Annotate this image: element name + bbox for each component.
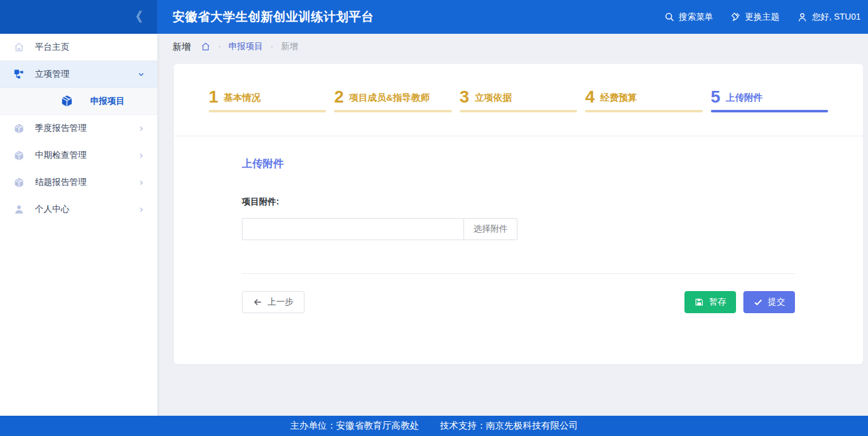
step-progress-bar (209, 110, 326, 112)
step-progress-bar (585, 110, 702, 112)
search-menu-button[interactable]: 搜索菜单 (664, 12, 713, 23)
step-number: 4 (585, 88, 595, 106)
app-title: 安徽省大学生创新创业训练计划平台 (157, 0, 374, 34)
step-2-members-teachers[interactable]: 2 项目成员&指导教师 (334, 88, 451, 136)
sidebar-item-label: 结题报告管理 (35, 177, 138, 188)
home-icon (14, 42, 25, 53)
sidebar-item-declare-project[interactable]: 申报项目 (0, 88, 157, 115)
step-label: 经费预算 (600, 92, 637, 106)
save-draft-label: 暂存 (709, 297, 726, 308)
breadcrumb: 新增 · 申报项目 · 新增 (157, 34, 868, 60)
sidebar-collapse-icon[interactable]: 《 (129, 10, 141, 24)
footer-host: 主办单位：安徽省教育厅高教处 (290, 420, 419, 432)
sidebar-header: 《 (0, 0, 157, 34)
sidebar-nav: 平台主页 立项管理 申报项目 季度报告管理 中期检查管理 结题报告管理 (0, 34, 157, 416)
change-theme-button[interactable]: 更换主题 (730, 12, 780, 23)
submit-button[interactable]: 提交 (743, 291, 795, 313)
sidebar-item-label: 个人中心 (35, 204, 138, 215)
step-number: 3 (460, 88, 470, 106)
sidebar-item-label: 申报项目 (90, 96, 145, 107)
theme-skin-icon (730, 12, 741, 22)
main-content: 新增 · 申报项目 · 新增 1 基本情况 (157, 34, 868, 416)
sidebar-item-final-report[interactable]: 结题报告管理 (0, 169, 157, 196)
save-draft-button[interactable]: 暂存 (684, 291, 736, 313)
step-3-project-basis[interactable]: 3 立项依据 (460, 88, 577, 136)
user-menu-button[interactable]: 您好, STU01 (797, 12, 861, 23)
chevron-down-icon (138, 71, 145, 78)
step-number: 2 (334, 88, 344, 106)
sidebar-item-platform-home[interactable]: 平台主页 (0, 34, 157, 61)
cube-icon (14, 123, 25, 134)
sidebar-item-project-management[interactable]: 立项管理 (0, 61, 157, 88)
chevron-right-icon (138, 179, 145, 186)
chevron-right-icon (138, 125, 145, 132)
home-icon (201, 42, 211, 52)
upload-section: 上传附件 项目附件: 选择附件 上一步 暂存 (174, 157, 863, 313)
sidebar-item-midterm-check[interactable]: 中期检查管理 (0, 142, 157, 169)
search-icon (664, 12, 675, 22)
sitemap-icon (14, 69, 25, 80)
step-4-budget[interactable]: 4 经费预算 (585, 88, 702, 136)
choose-attachment-button[interactable]: 选择附件 (463, 218, 517, 240)
actions-right: 暂存 提交 (684, 291, 795, 313)
sidebar-item-label: 中期检查管理 (35, 150, 138, 161)
user-icon (14, 204, 25, 215)
breadcrumb-separator: · (218, 42, 221, 52)
step-label: 立项依据 (475, 92, 511, 106)
breadcrumb-separator: · (270, 42, 273, 52)
breadcrumb-current: 新增 (281, 41, 298, 52)
chevron-right-icon (138, 152, 145, 159)
form-card: 1 基本情况 2 项目成员&指导教师 3 立项依据 (174, 64, 863, 364)
page-title: 新增 (172, 41, 191, 53)
search-menu-label: 搜索菜单 (679, 12, 713, 23)
step-label: 基本情况 (224, 92, 261, 106)
sidebar-item-label: 立项管理 (35, 69, 138, 80)
project-attachment-label: 项目附件: (242, 197, 795, 208)
cube-icon (14, 177, 25, 189)
step-number: 1 (209, 88, 219, 106)
section-title: 上传附件 (242, 157, 795, 171)
page-footer: 主办单位：安徽省教育厅高教处 技术支持：南京先极科技有限公司 (0, 416, 868, 436)
header-menu: 搜索菜单 更换主题 您好, STU01 (664, 0, 868, 34)
breadcrumb-home-link[interactable] (201, 42, 211, 52)
check-icon (753, 297, 763, 307)
sidebar-item-quarterly-report[interactable]: 季度报告管理 (0, 115, 157, 142)
step-progress-bar (334, 110, 451, 112)
top-header: 《 安徽省大学生创新创业训练计划平台 搜索菜单 更换主题 您好, STU01 (0, 0, 868, 34)
step-label: 上传附件 (726, 92, 762, 106)
user-icon (797, 12, 808, 23)
chevron-right-icon (138, 206, 145, 213)
previous-step-button[interactable]: 上一步 (242, 291, 304, 313)
arrow-left-icon (253, 297, 263, 307)
floppy-save-icon (694, 297, 704, 307)
sidebar-item-label: 季度报告管理 (35, 123, 138, 134)
step-label: 项目成员&指导教师 (349, 92, 430, 106)
breadcrumb-link-declare-project[interactable]: 申报项目 (228, 41, 263, 52)
step-1-basic-info[interactable]: 1 基本情况 (209, 88, 326, 136)
cube-icon (60, 95, 74, 107)
step-number: 5 (711, 88, 721, 106)
change-theme-label: 更换主题 (745, 12, 780, 23)
cube-icon (14, 150, 25, 162)
sidebar-item-personal-center[interactable]: 个人中心 (0, 196, 157, 223)
submit-label: 提交 (768, 297, 785, 308)
actions-bar: 上一步 暂存 提交 (242, 291, 795, 313)
step-progress-bar (460, 110, 577, 112)
step-wizard: 1 基本情况 2 项目成员&指导教师 3 立项依据 (174, 64, 863, 136)
footer-support: 技术支持：南京先极科技有限公司 (440, 420, 578, 432)
section-divider (242, 273, 795, 274)
user-greeting: 您好, STU01 (812, 12, 861, 23)
step-5-upload-attachments[interactable]: 5 上传附件 (711, 88, 828, 136)
previous-step-label: 上一步 (268, 297, 293, 308)
attachment-filename-input[interactable] (242, 218, 463, 240)
sidebar-item-label: 平台主页 (35, 42, 145, 53)
step-progress-bar (711, 110, 828, 112)
upload-row: 选择附件 (242, 218, 795, 240)
